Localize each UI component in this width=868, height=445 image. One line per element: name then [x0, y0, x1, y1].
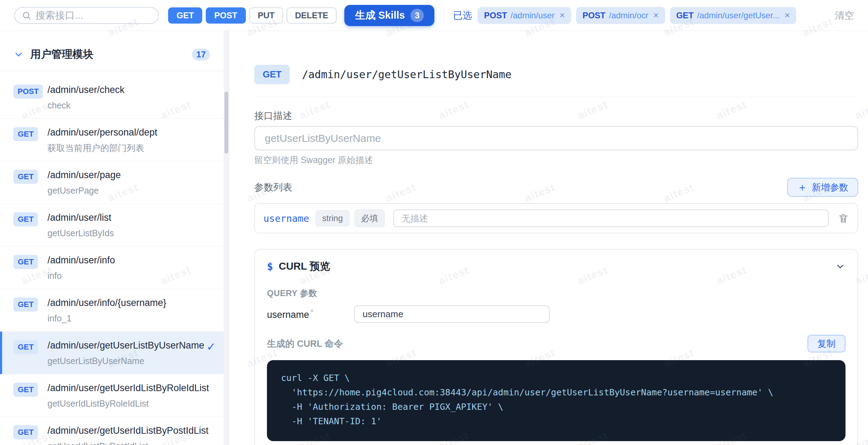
- method-filter-button[interactable]: DELETE: [287, 7, 337, 24]
- sidebar-api-item[interactable]: GET /admin/user/getUserIdListByPostIdLis…: [0, 417, 229, 445]
- selected-api-chip[interactable]: GET /admin/user/getUser... ×: [670, 7, 796, 24]
- collapse-chevron-icon[interactable]: [835, 261, 845, 272]
- sidebar-api-item[interactable]: GET /admin/user/getUserIdListByRoleIdLis…: [0, 374, 229, 417]
- sidebar-api-item[interactable]: GET /admin/user/personal/dept 获取当前用户的部门列…: [0, 119, 229, 161]
- api-desc: info_1: [47, 313, 206, 324]
- sidebar-group-header[interactable]: 用户管理模块 17: [0, 31, 229, 71]
- query-param-label: username*: [267, 308, 354, 320]
- curl-code-line: -H 'TENANT-ID: 1': [281, 414, 831, 428]
- copy-button[interactable]: 复制: [808, 335, 845, 352]
- curl-preview-panel: $ CURL 预览 QUERY 参数 username* 生成的 CURL 命令…: [254, 249, 858, 445]
- search-icon: [22, 10, 31, 21]
- check-icon: ✓: [206, 340, 222, 353]
- param-name: username: [263, 213, 309, 224]
- delete-param-button[interactable]: [838, 213, 849, 224]
- endpoint-method-badge: GET: [254, 65, 290, 84]
- method-filter-button[interactable]: GET: [168, 7, 202, 24]
- api-desc: 获取当前用户的部门列表: [47, 143, 206, 153]
- query-params-heading: QUERY 参数: [267, 288, 845, 299]
- api-path: /admin/user/page: [47, 169, 206, 181]
- sidebar-api-item[interactable]: GET /admin/user/info/{username} info_1 ✓: [0, 289, 229, 332]
- query-param-row: username*: [267, 305, 845, 323]
- api-list: POST /admin/user/check check ✓ GET /admi…: [0, 71, 229, 445]
- search-box[interactable]: [14, 7, 159, 24]
- param-type-tag: string: [315, 210, 350, 226]
- param-desc-input[interactable]: [393, 209, 829, 227]
- api-item-text: /admin/user/getUserIdListByPostIdList ge…: [47, 425, 209, 445]
- curl-code-line: curl -X GET \: [281, 371, 831, 385]
- method-filter-button[interactable]: PUT: [249, 7, 283, 24]
- api-path: /admin/user/personal/dept: [47, 126, 206, 138]
- api-item-text: /admin/user/page getUserPage: [47, 169, 206, 196]
- chip-path: /admin/user: [511, 11, 555, 20]
- sidebar: 用户管理模块 17 POST /admin/user/check check ✓…: [0, 31, 229, 445]
- sidebar-scrollbar-thumb[interactable]: [224, 92, 228, 153]
- param-row: username string 必填: [254, 203, 858, 233]
- api-desc: info: [47, 270, 206, 281]
- sidebar-scrollbar-track[interactable]: [224, 31, 229, 445]
- group-count-badge: 17: [192, 49, 210, 61]
- curl-panel-header[interactable]: $ CURL 预览: [267, 259, 845, 274]
- remove-chip-icon[interactable]: ×: [785, 10, 790, 21]
- method-badge: GET: [13, 212, 38, 226]
- api-path: /admin/user/info/{username}: [47, 297, 206, 309]
- api-item-text: /admin/user/list getUserListByIds: [47, 212, 206, 238]
- api-desc: getUserPage: [47, 185, 206, 196]
- add-param-label: 新增参数: [812, 181, 848, 194]
- api-path: /admin/user/getUserIdListByRoleIdList: [47, 382, 209, 394]
- method-badge: GET: [13, 170, 38, 184]
- params-label: 参数列表: [254, 181, 292, 193]
- method-badge: GET: [13, 340, 38, 354]
- clear-selection-button[interactable]: 清空: [835, 9, 854, 22]
- add-param-button[interactable]: ＋ 新增参数: [787, 178, 858, 197]
- sidebar-api-item[interactable]: GET /admin/user/list getUserListByIds ✓: [0, 204, 229, 246]
- param-required-tag: 必填: [355, 209, 385, 227]
- topbar: GET POST PUT DELETE 生成 Skills 3 已选 POST …: [0, 0, 868, 31]
- sidebar-api-item[interactable]: POST /admin/user/check check ✓: [0, 76, 229, 119]
- sidebar-api-item[interactable]: GET /admin/user/page getUserPage ✓: [0, 161, 229, 204]
- method-badge: GET: [13, 255, 38, 269]
- generate-skills-button[interactable]: 生成 Skills 3: [344, 5, 434, 26]
- method-filter-button[interactable]: POST: [206, 7, 245, 24]
- api-desc: getUserListByUserName: [47, 356, 206, 366]
- topbar-divider: [443, 8, 444, 23]
- sidebar-api-item[interactable]: GET /admin/user/getUserListByUserName ge…: [0, 332, 229, 374]
- curl-command-header: 生成的 CURL 命令 复制: [267, 335, 845, 352]
- generate-skills-label: 生成 Skills: [355, 8, 405, 23]
- selected-api-chip[interactable]: POST /admin/ocr ×: [576, 7, 665, 24]
- endpoint-path: /admin/user/getUserListByUserName: [302, 68, 511, 81]
- api-item-text: /admin/user/info info: [47, 254, 206, 281]
- header-divider: [254, 97, 858, 97]
- chevron-down-icon: [13, 49, 24, 60]
- chip-method: POST: [582, 11, 605, 20]
- api-item-text: /admin/user/getUserIdListByRoleIdList ge…: [47, 382, 209, 409]
- api-item-text: /admin/user/info/{username} info_1: [47, 297, 206, 324]
- method-badge: GET: [13, 297, 38, 312]
- main-panel: GET /admin/user/getUserListByUserName 接口…: [230, 31, 868, 445]
- skills-count-badge: 3: [410, 9, 424, 22]
- group-title: 用户管理模块: [30, 47, 94, 62]
- query-param-input[interactable]: [354, 305, 550, 323]
- curl-code-line: 'https://home.pig4cloud.com:38443/api/ad…: [281, 385, 831, 400]
- dollar-icon: $: [267, 261, 273, 272]
- method-filter-group: GET POST PUT DELETE: [168, 7, 337, 24]
- api-path: /admin/user/getUserIdListByPostIdList: [47, 425, 209, 437]
- description-input[interactable]: [254, 126, 858, 150]
- remove-chip-icon[interactable]: ×: [653, 10, 659, 21]
- selected-api-chip[interactable]: POST /admin/user ×: [478, 7, 571, 24]
- api-path: /admin/user/check: [47, 84, 206, 96]
- search-input[interactable]: [36, 10, 151, 21]
- curl-code-line: -H 'Authorization: Bearer PIGX_APIKEY' \: [281, 400, 831, 414]
- method-badge: GET: [13, 425, 38, 439]
- plus-icon: ＋: [797, 182, 808, 193]
- chip-method: GET: [676, 11, 694, 20]
- params-header: 参数列表 ＋ 新增参数: [254, 178, 858, 197]
- method-badge: GET: [13, 127, 38, 141]
- endpoint-header: GET /admin/user/getUserListByUserName: [254, 65, 858, 84]
- chip-path: /admin/ocr: [609, 11, 648, 20]
- sidebar-api-item[interactable]: GET /admin/user/info info ✓: [0, 246, 229, 289]
- api-item-text: /admin/user/getUserListByUserName getUse…: [47, 339, 206, 366]
- curl-code-block: curl -X GET \ 'https://home.pig4cloud.co…: [267, 360, 845, 441]
- remove-chip-icon[interactable]: ×: [560, 10, 565, 21]
- api-desc: getUserListByIds: [47, 228, 206, 238]
